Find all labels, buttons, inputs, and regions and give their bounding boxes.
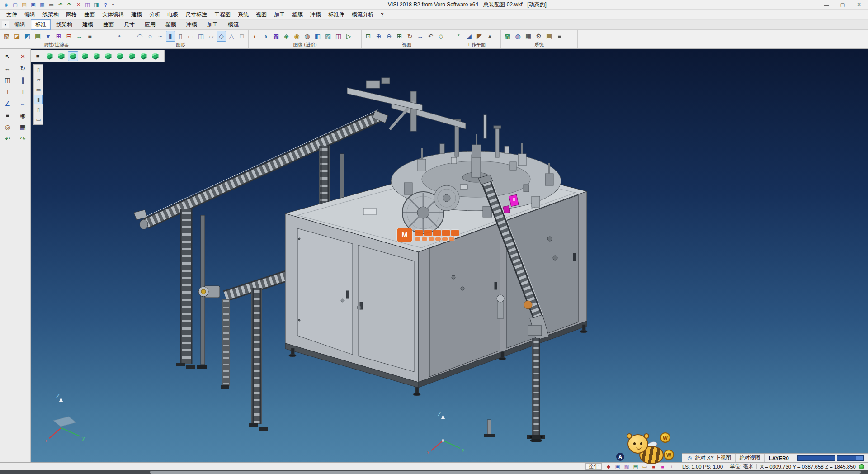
display-mode-icon[interactable]: ▣ (614, 464, 621, 470)
attr-copy-icon[interactable]: ⊞ (54, 31, 63, 42)
curve-icon[interactable]: ~ (156, 31, 165, 42)
settings-icon[interactable]: ⚙ (534, 31, 543, 42)
undo-icon[interactable]: ↶ (2, 133, 13, 144)
model-scene[interactable]: Z x y Z x y (31, 49, 868, 462)
save-icon[interactable]: ▣ (29, 1, 38, 9)
delete-icon[interactable]: ✕ (74, 1, 83, 9)
database-icon[interactable]: ▤ (544, 31, 554, 42)
workplane-view-icon[interactable]: ◤ (475, 31, 484, 42)
print-icon[interactable]: ▭ (47, 1, 56, 9)
ribbon-tab[interactable]: 编辑 (10, 19, 30, 30)
dimension-icon[interactable]: ⇔ (17, 98, 28, 109)
workplane-auto-icon[interactable]: * (454, 31, 463, 42)
section-icon[interactable]: ◧ (313, 31, 322, 42)
view-iso2-icon[interactable] (127, 51, 137, 61)
view-right-icon[interactable] (80, 51, 90, 61)
menu-item[interactable]: 工程图 (211, 10, 234, 19)
solid-display-icon[interactable]: ◇ (217, 31, 226, 42)
filter-point-icon[interactable]: ▯ (34, 104, 43, 114)
fit-view-icon[interactable]: ⊡ (363, 31, 373, 42)
zoom-in-icon[interactable]: ⊕ (374, 31, 383, 42)
view-menu-icon[interactable]: ≡ (33, 51, 43, 61)
ribbon-tab[interactable]: 标准 (31, 19, 51, 30)
rotate-view-icon[interactable]: ↻ (405, 31, 415, 42)
shadow-icon[interactable]: ◍ (302, 31, 312, 42)
layer-filter-icon[interactable]: ▤ (33, 31, 42, 42)
view-iso4-icon[interactable] (150, 51, 160, 61)
visibility-icon[interactable]: ◉ (17, 110, 28, 120)
attr-brush-icon[interactable]: ◪ (12, 31, 22, 42)
render-shaded-icon[interactable]: ◐ (250, 31, 260, 42)
copy-icon[interactable]: ◫ (83, 1, 92, 9)
ribbon-tab[interactable]: 塑膜 (161, 19, 181, 30)
undo-icon[interactable]: ↶ (56, 1, 65, 9)
menu-item[interactable]: 模流分析 (348, 10, 377, 19)
menu-item[interactable]: 编辑 (21, 10, 39, 19)
select-arrow-icon[interactable]: ↖ (2, 51, 13, 62)
menu-item[interactable]: 电极 (164, 10, 182, 19)
ribbon-tab[interactable]: 建模 (78, 19, 98, 30)
filter-solid-icon[interactable]: ▱ (34, 75, 43, 85)
close-button[interactable]: ✕ (851, 0, 867, 9)
help-icon[interactable]: ? (101, 1, 110, 9)
iso-view-icon[interactable]: ◇ (436, 31, 446, 42)
menu-item[interactable]: 系统 (234, 10, 252, 19)
a-badge-overlay[interactable]: A (616, 453, 624, 461)
trim-icon[interactable]: ⊥ (2, 86, 13, 97)
menu-item[interactable]: 尺寸标注 (182, 10, 211, 19)
ribbon-tab[interactable]: 应用 (140, 19, 160, 30)
menu-item[interactable]: ? (377, 11, 387, 19)
options-icon[interactable]: ≡ (555, 31, 564, 42)
layer-segment[interactable]: LAYER0 (764, 454, 793, 462)
type-filter-icon[interactable]: ▼ (43, 31, 53, 42)
snap-toggle-icon[interactable]: ◆ (605, 464, 612, 470)
absolute-view-segment[interactable]: 绝对视图 (735, 454, 764, 462)
animate-icon[interactable]: ▷ (344, 31, 354, 42)
layer-manager-icon[interactable]: ▩ (503, 31, 512, 42)
pan-view-icon[interactable]: ↔ (415, 31, 425, 42)
block-display-icon[interactable]: □ (237, 31, 246, 42)
horizontal-scrollbar[interactable] (150, 471, 861, 474)
offset-icon[interactable]: ∥ (17, 75, 28, 85)
line-icon[interactable]: ― (125, 31, 135, 42)
ribbon-tab[interactable]: 线架构 (52, 19, 77, 30)
hidden-line-icon[interactable]: ▭ (186, 31, 196, 42)
redo-icon[interactable]: ↷ (65, 1, 74, 9)
zoom-window-icon[interactable]: ⊞ (395, 31, 404, 42)
background-icon[interactable]: ▨ (323, 31, 333, 42)
attr-erase-icon[interactable]: ⊟ (64, 31, 74, 42)
menu-item[interactable]: 分析 (146, 10, 164, 19)
view-bottom-icon[interactable] (115, 51, 125, 61)
edges-mode-icon[interactable]: ◫ (196, 31, 206, 42)
angle-measure-icon[interactable]: ∠ (2, 98, 13, 109)
view-iso-icon[interactable] (44, 51, 55, 61)
view-iso3-icon[interactable] (138, 51, 149, 61)
menu-item[interactable]: 线架构 (39, 10, 62, 19)
lock-toggle[interactable]: 拴牢 (585, 463, 602, 470)
grid-icon[interactable]: ▦ (17, 122, 28, 132)
view-mode-segment[interactable]: ◎ 绝对 XY 上视图 (682, 454, 735, 462)
view-front-icon[interactable] (68, 51, 78, 61)
mirror-icon[interactable]: ◫ (2, 75, 13, 85)
menu-item[interactable]: 建模 (127, 10, 146, 19)
paste-icon[interactable]: ◨ (92, 1, 101, 9)
menu-item[interactable]: 加工 (270, 10, 288, 19)
save-all-icon[interactable]: ▦ (38, 1, 47, 9)
menu-item[interactable]: 实体编辑 (99, 10, 127, 19)
menu-item[interactable]: 标准件 (325, 10, 348, 19)
ribbon-tab[interactable]: 曲面 (99, 19, 118, 30)
previous-view-icon[interactable]: ↶ (426, 31, 435, 42)
light-icon[interactable]: ◉ (292, 31, 302, 42)
render-wire-icon[interactable]: ◑ (261, 31, 270, 42)
workplane-3pt-icon[interactable]: ◢ (464, 31, 474, 42)
app-logo-icon[interactable]: ◈ (2, 1, 10, 9)
filter-options-icon[interactable]: ≡ (85, 31, 94, 42)
menu-item[interactable]: 塑膜 (288, 10, 307, 19)
maximize-button[interactable]: ▢ (835, 0, 851, 9)
world-icon[interactable]: ◍ (513, 31, 523, 42)
properties-icon[interactable]: ▧ (2, 31, 11, 42)
texture-icon[interactable]: ▩ (271, 31, 281, 42)
shaded-mode-icon[interactable]: ▮ (166, 31, 175, 42)
menu-item[interactable]: 文件 (3, 10, 21, 19)
ribbon-tab[interactable]: 尺寸 (119, 19, 139, 30)
